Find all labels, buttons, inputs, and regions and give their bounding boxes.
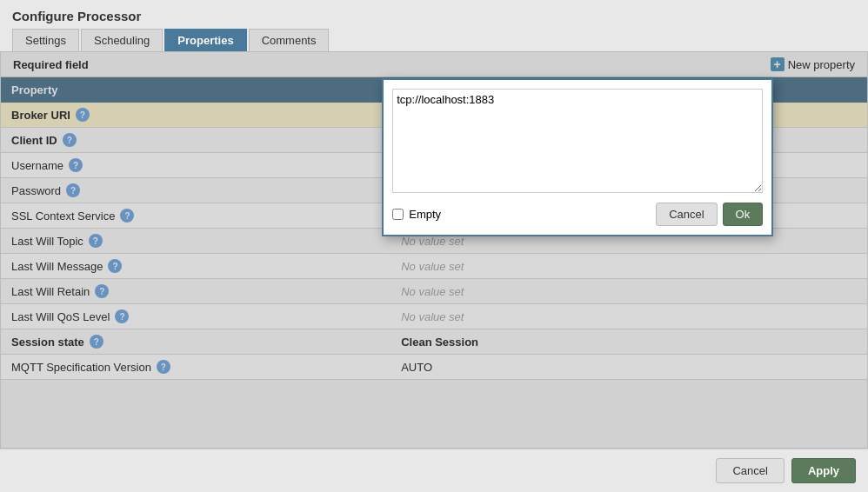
popup-ok-button[interactable]: Ok (723, 203, 764, 226)
title-bar: Configure Processor (0, 0, 868, 29)
tab-settings[interactable]: Settings (12, 29, 79, 51)
broker-uri-textarea[interactable]: tcp://localhost:1883 (392, 89, 763, 193)
tabs-bar: Settings Scheduling Properties Comments (0, 29, 868, 51)
content-area: Required field + New property Property V… (0, 51, 868, 449)
tab-scheduling[interactable]: Scheduling (81, 29, 163, 51)
footer-buttons: Cancel Apply (0, 449, 868, 492)
empty-label: Empty (409, 208, 441, 221)
configure-processor-dialog: Configure Processor Settings Scheduling … (0, 0, 868, 492)
apply-button[interactable]: Apply (791, 458, 856, 483)
empty-checkbox-area: Empty (392, 208, 441, 221)
popup-overlay: tcp://localhost:1883 Empty Cancel Ok (1, 52, 867, 448)
popup-cancel-button[interactable]: Cancel (656, 203, 717, 226)
empty-checkbox[interactable] (392, 209, 404, 220)
cancel-button[interactable]: Cancel (716, 458, 784, 483)
dialog-title: Configure Processor (12, 9, 856, 23)
popup-footer: Empty Cancel Ok (392, 203, 763, 226)
tab-properties[interactable]: Properties (164, 29, 246, 51)
popup-buttons: Cancel Ok (656, 203, 763, 226)
tab-comments[interactable]: Comments (249, 29, 330, 51)
broker-uri-popup: tcp://localhost:1883 Empty Cancel Ok (382, 78, 773, 236)
